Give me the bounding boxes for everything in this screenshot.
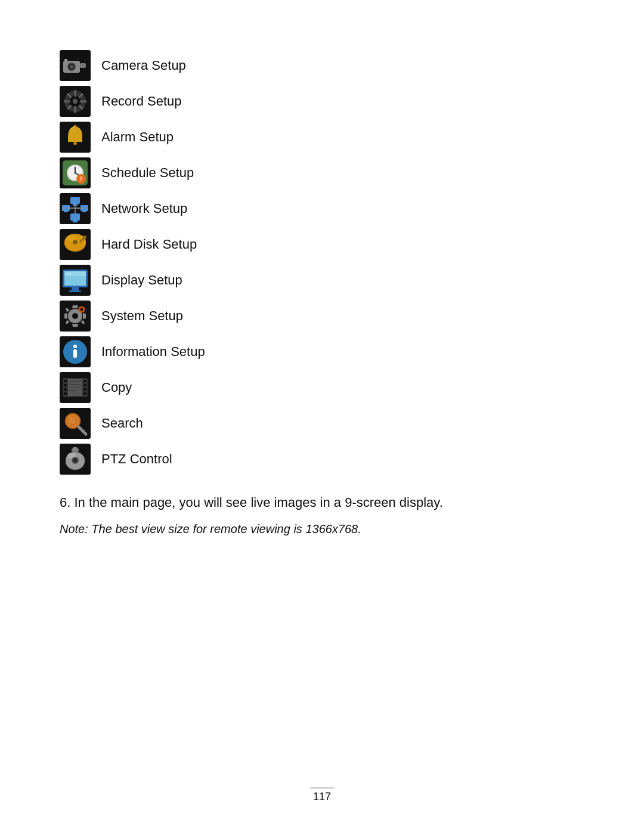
svg-rect-110 xyxy=(73,447,78,450)
info-icon xyxy=(60,336,91,367)
svg-rect-41 xyxy=(82,211,86,212)
harddisk-setup-label: Hard Disk Setup xyxy=(101,237,197,252)
alarm-setup-label: Alarm Setup xyxy=(101,129,174,145)
step-6-text: 6. In the main page, you will see live i… xyxy=(60,495,584,510)
svg-marker-66 xyxy=(72,324,78,327)
svg-point-10 xyxy=(73,99,78,104)
ptz-control-label: PTZ Control xyxy=(101,451,172,467)
copy-label: Copy xyxy=(101,380,132,395)
network-icon xyxy=(60,193,91,224)
menu-item-harddisk[interactable]: Hard Disk Setup xyxy=(60,227,584,262)
svg-rect-90 xyxy=(83,392,86,395)
svg-point-74 xyxy=(72,313,78,319)
search-icon xyxy=(60,408,91,439)
menu-item-ptz[interactable]: PTZ Control xyxy=(60,441,584,477)
svg-marker-68 xyxy=(83,313,86,319)
page-footer: 117 xyxy=(310,788,334,803)
svg-point-19 xyxy=(74,90,77,93)
svg-rect-83 xyxy=(64,380,67,382)
svg-point-4 xyxy=(70,65,73,69)
svg-point-53 xyxy=(83,236,86,239)
svg-rect-87 xyxy=(83,380,86,382)
menu-item-camera[interactable]: Camera Setup xyxy=(60,48,584,83)
menu-item-search[interactable]: Search xyxy=(60,405,584,441)
menu-item-information[interactable]: Information Setup xyxy=(60,334,584,370)
svg-rect-84 xyxy=(64,384,67,386)
svg-rect-43 xyxy=(73,221,78,222)
menu-item-alarm[interactable]: Alarm Setup xyxy=(60,119,584,155)
svg-rect-42 xyxy=(70,213,80,221)
svg-point-20 xyxy=(74,110,77,113)
svg-rect-6 xyxy=(64,59,67,61)
menu-item-copy[interactable]: Copy xyxy=(60,370,584,405)
svg-point-76 xyxy=(80,308,83,311)
svg-rect-94 xyxy=(69,387,81,388)
network-setup-label: Network Setup xyxy=(101,201,187,216)
svg-point-108 xyxy=(74,459,76,462)
page-content: Camera Setup xyxy=(0,0,644,584)
svg-rect-95 xyxy=(69,390,76,391)
note-section: 6. In the main page, you will see live i… xyxy=(60,495,584,536)
information-setup-label: Information Setup xyxy=(101,344,205,360)
svg-marker-65 xyxy=(72,305,78,308)
svg-point-22 xyxy=(84,100,87,103)
svg-rect-24 xyxy=(73,142,77,145)
system-setup-label: System Setup xyxy=(101,308,183,324)
camera-icon xyxy=(60,50,91,81)
note-text: Note: The best view size for remote view… xyxy=(60,522,584,536)
svg-rect-60 xyxy=(72,287,79,290)
svg-rect-86 xyxy=(64,392,67,395)
svg-point-21 xyxy=(64,100,67,103)
svg-marker-67 xyxy=(64,313,67,319)
svg-rect-85 xyxy=(64,388,67,391)
svg-rect-89 xyxy=(83,388,86,391)
ptz-icon xyxy=(60,444,91,475)
menu-item-display[interactable]: Display Setup xyxy=(60,262,584,298)
menu-item-network[interactable]: Network Setup xyxy=(60,191,584,227)
svg-rect-93 xyxy=(69,384,81,385)
page-number: 117 xyxy=(310,788,334,803)
svg-point-55 xyxy=(74,241,76,243)
svg-rect-36 xyxy=(70,197,80,204)
record-setup-label: Record Setup xyxy=(101,94,182,109)
svg-point-80 xyxy=(73,345,77,348)
svg-rect-88 xyxy=(83,384,86,386)
svg-rect-79 xyxy=(73,349,77,358)
copy-icon xyxy=(60,372,91,403)
svg-point-32 xyxy=(75,172,76,174)
svg-rect-61 xyxy=(69,290,81,292)
display-setup-label: Display Setup xyxy=(101,272,182,288)
schedule-setup-label: Schedule Setup xyxy=(101,165,194,181)
schedule-icon: ! xyxy=(60,157,91,188)
menu-list: Camera Setup xyxy=(60,48,584,477)
svg-text:!: ! xyxy=(80,176,82,182)
svg-rect-5 xyxy=(80,63,86,68)
menu-item-system[interactable]: System Setup xyxy=(60,298,584,334)
display-icon xyxy=(60,265,91,296)
camera-setup-label: Camera Setup xyxy=(101,58,186,73)
alarm-icon xyxy=(60,122,91,153)
menu-item-schedule[interactable]: ! Schedule Setup xyxy=(60,155,584,191)
record-icon xyxy=(60,86,91,117)
system-icon xyxy=(60,301,91,332)
menu-item-record[interactable]: Record Setup xyxy=(60,83,584,119)
svg-rect-39 xyxy=(64,211,68,212)
harddisk-icon xyxy=(60,229,91,260)
search-label: Search xyxy=(101,416,143,431)
svg-rect-92 xyxy=(69,381,81,382)
